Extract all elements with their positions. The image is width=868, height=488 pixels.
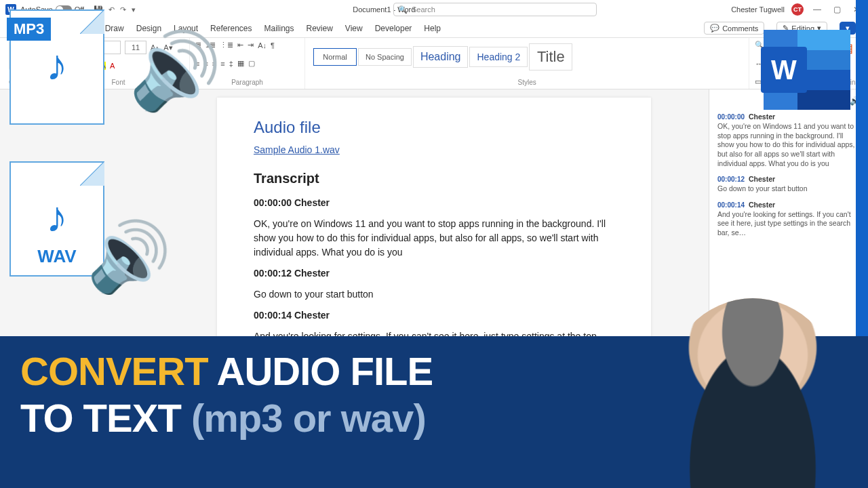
transcript-body-1: OK, you're on Windows 11 and you want to… xyxy=(254,217,614,260)
pane-text-1: OK, you're on Windows 11 and you want to… xyxy=(717,122,860,168)
comments-button[interactable]: 💬Comments xyxy=(704,22,764,35)
speaker-icon: 🔊 xyxy=(129,27,222,115)
tab-mailings[interactable]: Mailings xyxy=(264,24,294,33)
pane-text-3: And you're looking for settings. If you … xyxy=(717,210,860,238)
pane-entry-1[interactable]: 00:00:00Chester OK, you're on Windows 11… xyxy=(717,113,860,168)
indent-right-icon[interactable]: ⇥ xyxy=(248,41,254,49)
decorative-stripe xyxy=(856,0,868,336)
heading-audio-file: Audio file xyxy=(254,118,614,137)
minimize-icon[interactable]: — xyxy=(810,5,824,14)
line-spacing-icon[interactable]: ‡ xyxy=(229,60,233,68)
style-no-spacing[interactable]: No Spacing xyxy=(358,48,412,66)
banner-word-convert: CONVERT xyxy=(20,349,208,393)
pane-entry-2[interactable]: 00:00:12Chester Go down to your start bu… xyxy=(717,175,860,194)
speaker-icon: 🔊 xyxy=(87,217,172,296)
tab-help[interactable]: Help xyxy=(424,24,441,33)
word-letter: W xyxy=(761,47,807,93)
comment-icon: 💬 xyxy=(710,24,719,33)
music-note-icon: ♪ xyxy=(46,192,68,242)
banner-word-audiofile: AUDIO FILE xyxy=(208,349,433,393)
indent-left-icon[interactable]: ⇤ xyxy=(237,41,243,49)
style-normal[interactable]: Normal xyxy=(313,48,357,66)
banner-word-totext: TO TEXT xyxy=(20,396,191,440)
timestamp-1: 00:00:00 Chester xyxy=(254,196,614,210)
sort-icon[interactable]: A↓ xyxy=(258,41,267,49)
redo-icon[interactable]: ↷ xyxy=(120,5,126,14)
style-heading1[interactable]: Heading xyxy=(413,46,469,68)
pilcrow-icon[interactable]: ¶ xyxy=(271,41,275,49)
pane-speaker-1: Chester xyxy=(749,113,775,121)
tab-view[interactable]: View xyxy=(345,24,363,33)
pane-time-2: 00:00:12 xyxy=(717,176,745,183)
heading-transcript: Transcript xyxy=(254,171,614,186)
pane-time-3: 00:00:14 xyxy=(717,201,745,209)
timestamp-2: 00:00:12 Chester xyxy=(254,266,614,281)
wav-label: WAV xyxy=(37,246,76,267)
mp3-label: MP3 xyxy=(7,18,51,41)
transcript-body-2: Go down to your start button xyxy=(254,287,614,302)
word-logo: W xyxy=(764,30,850,110)
style-heading2[interactable]: Heading 2 xyxy=(469,47,528,67)
banner-word-formats: (mp3 or wav) xyxy=(191,396,426,440)
shading-icon[interactable]: ▦ xyxy=(237,59,244,68)
pane-time-1: 00:00:00 xyxy=(717,113,745,121)
borders-icon[interactable]: ▢ xyxy=(248,59,255,68)
qat-more-icon[interactable]: ▾ xyxy=(132,5,136,14)
titlebar: W AutoSave Off 💾 ↶ ↷ ▾ Document1 - Word … xyxy=(0,0,868,19)
styles-label: Styles xyxy=(311,79,743,86)
audio-file-link[interactable]: Sample Audio 1.wav xyxy=(254,144,340,155)
pane-speaker-3: Chester xyxy=(749,201,775,209)
mp3-file-icon: MP3 ♪ xyxy=(9,9,111,131)
search-box[interactable]: 🔍 Search xyxy=(393,3,597,16)
styles-group: Normal No Spacing Heading Heading 2 Titl… xyxy=(305,38,749,89)
pane-speaker-2: Chester xyxy=(749,175,775,183)
presenter-photo xyxy=(665,298,841,488)
user-avatar[interactable]: CT xyxy=(791,3,804,16)
tab-review[interactable]: Review xyxy=(307,24,333,33)
style-title[interactable]: Title xyxy=(529,43,572,70)
multilevel-icon[interactable]: ⋮≣ xyxy=(220,41,233,49)
music-note-icon: ♪ xyxy=(46,40,68,90)
user-name[interactable]: Chester Tugwell xyxy=(731,5,785,14)
pane-entry-3[interactable]: 00:00:14Chester And you're looking for s… xyxy=(717,201,860,238)
tab-developer[interactable]: Developer xyxy=(375,24,412,33)
search-icon: 🔍 xyxy=(398,5,408,14)
maximize-icon[interactable]: ▢ xyxy=(831,5,844,14)
timestamp-3: 00:00:14 Chester xyxy=(254,308,614,323)
pane-text-2: Go down to your start button xyxy=(717,184,860,194)
